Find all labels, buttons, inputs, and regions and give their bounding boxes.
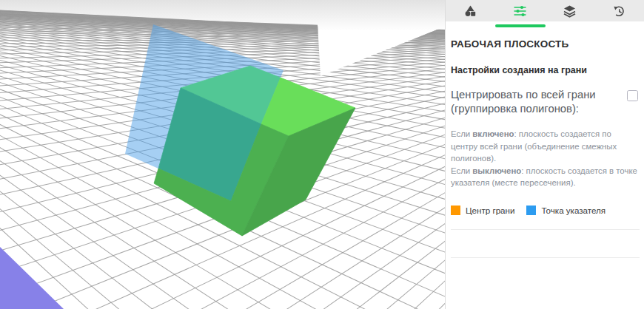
help-bold-off: выключено	[472, 166, 521, 175]
legend-label: Точка указателя	[541, 206, 606, 215]
orange-swatch	[451, 206, 460, 215]
panel-title: РАБОЧАЯ ПЛОСКОСТЬ	[451, 38, 640, 50]
help-text: Если включено: плоскость создается по це…	[451, 128, 640, 189]
center-on-face-checkbox[interactable]	[627, 90, 638, 101]
toggle-label: Центрировать по всей грани (группировка …	[451, 88, 627, 116]
settings-panel: РАБОЧАЯ ПЛОСКОСТЬ Настройки создания на …	[445, 0, 644, 309]
legend-item-face-center: Центр грани	[451, 206, 514, 215]
scene-canvas[interactable]	[0, 0, 445, 309]
tab-layers[interactable]	[545, 0, 594, 21]
app-window: РАБОЧАЯ ПЛОСКОСТЬ Настройки создания на …	[0, 0, 644, 309]
panel-content: РАБОЧАЯ ПЛОСКОСТЬ Настройки создания на …	[446, 27, 644, 258]
active-tab-indicator	[495, 24, 546, 27]
sliders-icon	[513, 4, 527, 18]
history-icon	[612, 4, 626, 18]
tab-bar	[446, 0, 644, 27]
tab-shapes[interactable]	[446, 0, 495, 21]
legend: Центр грани Точка указателя	[451, 206, 640, 215]
legend-item-pointer: Точка указателя	[526, 206, 606, 215]
section-title: Настройки создания на грани	[451, 65, 640, 75]
tab-history[interactable]	[594, 0, 644, 21]
legend-label: Центр грани	[466, 206, 514, 215]
help-seg: Если	[451, 129, 472, 138]
layers-icon	[563, 4, 577, 18]
blue-swatch	[526, 206, 536, 215]
help-seg: Если	[451, 166, 472, 175]
tab-settings[interactable]	[495, 0, 545, 21]
3d-viewport[interactable]	[0, 0, 445, 309]
help-bold-on: включено	[472, 129, 514, 138]
divider	[451, 229, 640, 230]
divider	[451, 257, 640, 258]
center-on-face-row: Центрировать по всей грани (группировка …	[451, 88, 640, 116]
shapes-icon	[463, 4, 477, 18]
